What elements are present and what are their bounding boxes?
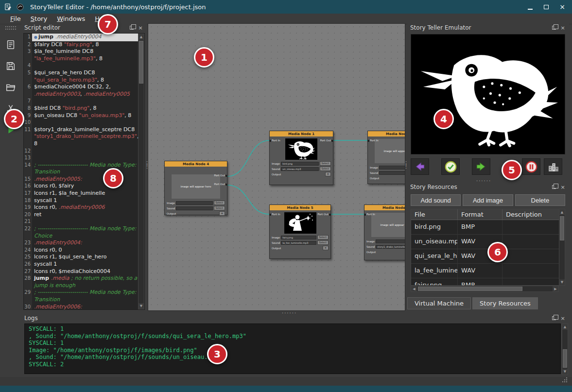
column-header[interactable]: File [411,209,458,220]
scroll-down-arrow[interactable]: ▼ [139,303,144,309]
code-line[interactable]: 18syscall 1 [24,197,144,205]
code-line[interactable]: 10 [24,119,144,126]
resources-panel-titlebar[interactable]: Story Resources × [407,183,569,191]
float-panel-icon[interactable] [128,25,135,31]
select-button[interactable]: Select [317,235,329,239]
code-line[interactable]: 1●jump .mediaEntry0004 [24,34,144,41]
media-node-title[interactable]: Media Node 4 [165,161,227,167]
splitter-handle[interactable]: ...... [476,177,491,182]
close-panel-icon[interactable]: × [559,315,566,322]
code-line[interactable]: 14; -------------------------- Media nod… [24,162,144,176]
node-graph-canvas[interactable]: Media Node 4Port OutPort Outimage will a… [148,23,405,311]
scroll-thumb[interactable] [139,41,143,84]
accept-check-button[interactable] [441,158,460,175]
media-node[interactable]: Media Node 4Port OutPort Outimage will a… [164,161,227,215]
close-panel-icon[interactable]: × [559,25,566,31]
table-row[interactable]: la_fee_lumine...WAV [411,264,559,278]
menu-story[interactable]: Story [26,14,52,23]
media-node[interactable]: Media Node 1Port InPort Out Imagebird.pn… [269,131,333,185]
scroll-down-arrow[interactable]: ▼ [562,369,568,375]
code-line[interactable]: 25lcons r1, $qui_sera_le_hero [24,254,144,261]
title-bar[interactable]: StoryTeller Editor - /home/anthony/ostpr… [0,0,572,14]
media-node-title[interactable]: Media Node 5 [270,205,330,210]
log-output[interactable]: SYSCALL: 1, Sound: "/home/anthony/ostpro… [24,324,561,374]
menu-file[interactable]: File [6,14,25,23]
table-scrollbar-vertical[interactable]: ▲ ▼ [559,209,565,286]
code-line[interactable]: 23.mediaEntry0004: [24,239,144,247]
scroll-right-arrow[interactable]: ▶ [553,286,558,291]
media-node-title[interactable]: Media Node 2 [368,131,405,136]
port-dot[interactable] [367,140,369,142]
media-node-title[interactable]: Media Node 3 [364,205,405,210]
media-node[interactable]: Media Node 3Port Inimage will appear her… [364,205,405,260]
code-line[interactable]: 30.mediaEntry0006: [24,304,144,309]
buildings-button[interactable] [544,158,562,175]
port-dot[interactable] [331,140,333,142]
code-line[interactable]: 28jump .media ; no return possible, so a… [24,275,144,289]
select-button[interactable]: Select [317,240,329,245]
select-button[interactable]: Select [320,167,331,171]
scroll-down-arrow[interactable]: ▼ [559,279,565,285]
port-dot[interactable] [329,214,331,216]
script-editor-titlebar[interactable]: Script editor × [21,23,147,32]
table-row[interactable]: qui_sera_le_h...WAV [411,249,559,264]
select-button[interactable]: Select [214,206,225,210]
code-line[interactable]: 8$bird DC8 "bird.png", 8 [24,105,144,112]
scroll-thumb[interactable] [560,216,564,240]
code-line[interactable]: 12 [24,148,144,155]
close-panel-icon[interactable]: × [559,184,566,190]
column-header[interactable]: Description [503,209,559,220]
column-header[interactable]: Format [458,209,503,220]
scroll-left-arrow[interactable]: ◀ [411,286,417,291]
code-line[interactable]: 7 [24,98,144,105]
add-sound-button[interactable]: Add sound [411,194,461,206]
float-panel-icon[interactable] [551,315,557,322]
port-dot[interactable] [225,175,227,177]
float-panel-icon[interactable] [551,25,557,31]
code-line[interactable]: 19lcons r0, .mediaEntry0006 [24,204,144,211]
table-row[interactable]: bird.pngBMP [411,220,559,235]
back-arrow-button[interactable] [411,158,429,175]
editor-scrollbar[interactable]: ▲ ▼ [138,34,144,309]
code-line[interactable]: 17lcons r1, $la_fee_luminelle [24,190,144,197]
code-line[interactable]: 13 [24,154,144,162]
scroll-thumb[interactable] [418,287,522,291]
code-line[interactable]: 15.mediaEntry0005: [24,176,144,183]
code-line[interactable]: 29; -------------------------- Media nod… [24,289,144,303]
splitter-handle[interactable]: ...... [282,309,297,314]
code-line[interactable]: 21 [24,218,144,225]
code-editor[interactable]: 1●jump .mediaEntry00042$fairy DC8 "fairy… [23,33,145,310]
save-button[interactable] [3,59,18,73]
code-line[interactable]: 27lcons r0, $mediaChoice0004 [24,268,144,275]
scroll-thumb[interactable] [563,349,567,368]
port-dot[interactable] [269,140,271,142]
code-line[interactable]: 16lcons r0, $fairy [24,183,144,190]
code-line[interactable]: 2$fairy DC8 "fairy.png", 8 [24,41,144,49]
scroll-up-arrow[interactable]: ▲ [139,34,144,40]
output-button[interactable]: ≡ [219,211,225,216]
code-line[interactable]: 4 [24,62,144,69]
code-line[interactable]: 9$un_oiseau DC8 "un_oiseau.mp3", 8 [24,112,144,119]
scroll-up-arrow[interactable]: ▲ [559,209,565,215]
media-node-title[interactable]: Media Node 1 [270,131,333,136]
port-dot[interactable] [364,214,366,216]
select-button[interactable]: Select [214,201,225,205]
add-image-button[interactable]: Add image [463,194,513,206]
code-line[interactable]: 20ret [24,211,144,219]
code-line[interactable]: 11$story1_drako_luminelle_sceptre DC8 "s… [24,126,144,148]
code-line[interactable]: 24lcons r0, 0 [24,247,144,254]
script-pen-icon[interactable] [3,2,13,12]
delete-button[interactable]: Delete [515,194,565,206]
emulator-panel-titlebar[interactable]: Story Teller Emulator × [407,23,569,32]
new-script-button[interactable] [3,37,18,52]
maximize-button[interactable] [539,2,553,12]
splitter-handle[interactable]: ⋮⋮ [403,162,406,168]
media-node[interactable]: Media Node 2Port Inimage will appear her… [367,131,405,184]
tab-virtual-machine[interactable]: Virtual Machine [407,297,471,309]
table-row[interactable]: fairy.pngBMP [411,278,559,286]
logs-titlebar[interactable]: Logs × [21,314,569,323]
scroll-up-arrow[interactable]: ▲ [562,324,568,330]
output-button[interactable]: ≡ [325,172,331,176]
toolbar-handle[interactable] [5,26,16,30]
pause-button[interactable] [522,158,540,175]
